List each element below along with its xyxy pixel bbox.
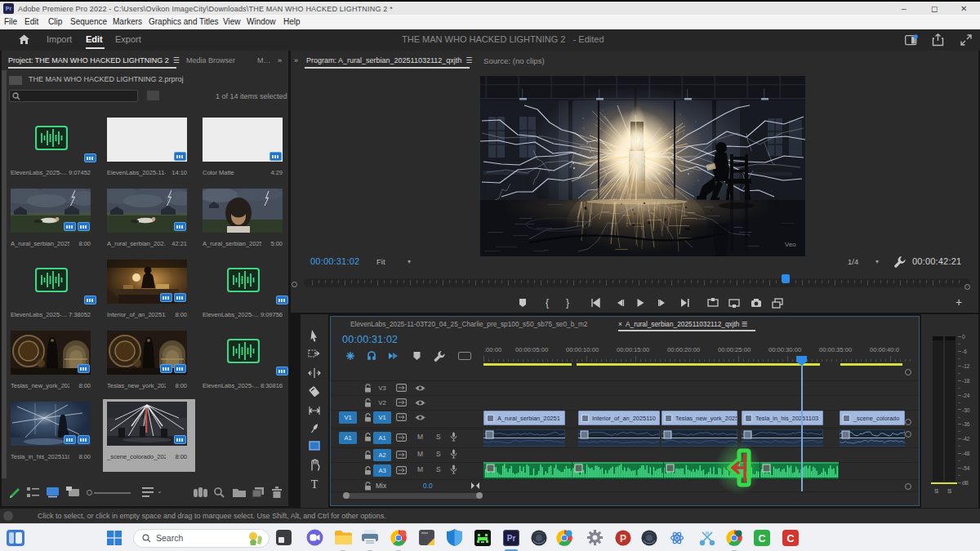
svg-text:Veo: Veo [785,241,796,248]
svg-text:{: { [546,297,549,309]
svg-text:Pr: Pr [507,534,516,543]
svg-text:T: T [311,478,318,491]
svg-text:P: P [620,533,626,544]
svg-text:}: } [566,297,569,309]
svg-text:C: C [758,533,765,544]
svg-text:C: C [786,533,794,544]
